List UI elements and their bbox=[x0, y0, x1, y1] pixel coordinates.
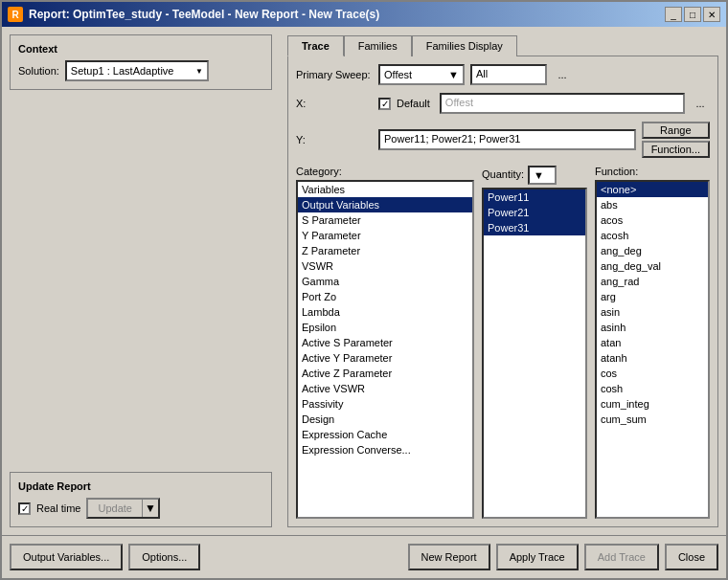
list-item[interactable]: VSWR bbox=[298, 258, 472, 274]
list-item[interactable]: Z Parameter bbox=[298, 243, 472, 258]
primary-sweep-all[interactable]: All bbox=[470, 64, 547, 85]
list-item[interactable]: abs bbox=[597, 197, 708, 212]
list-item[interactable]: ang_rad bbox=[597, 274, 708, 289]
update-dropdown-icon[interactable]: ▼ bbox=[142, 500, 158, 517]
solution-select[interactable]: Setup1 : LastAdaptive ▼ bbox=[65, 60, 209, 81]
quantity-header: Quantity: ▼ bbox=[482, 166, 587, 185]
minimize-button[interactable]: _ bbox=[665, 7, 682, 22]
x-default-label: Default bbox=[397, 98, 430, 109]
list-item[interactable]: Passivity bbox=[298, 396, 472, 412]
range-function-buttons: Range Function... bbox=[642, 122, 710, 158]
range-button[interactable]: Range bbox=[642, 122, 710, 139]
list-item[interactable]: Lambda bbox=[298, 304, 472, 320]
quantity-list[interactable]: Power11 Power21 Power31 bbox=[482, 188, 587, 519]
y-label: Y: bbox=[296, 134, 373, 145]
x-row: X: ✓ Default Offest ... bbox=[296, 93, 710, 114]
apply-trace-button[interactable]: Apply Trace bbox=[496, 544, 579, 570]
function-button[interactable]: Function... bbox=[642, 141, 710, 158]
context-label: Context bbox=[18, 43, 263, 55]
close-button[interactable]: Close bbox=[665, 544, 718, 570]
title-bar-left: R Report: OptimTee_study - TeeModel - Ne… bbox=[8, 7, 379, 22]
app-icon: R bbox=[8, 7, 23, 22]
right-panel: Trace Families Families Display Primary … bbox=[280, 27, 726, 535]
list-item[interactable]: acosh bbox=[597, 228, 708, 243]
x-default-checkbox[interactable]: ✓ bbox=[378, 98, 391, 110]
primary-sweep-arrow-icon: ▼ bbox=[448, 69, 459, 80]
output-variables-button[interactable]: Output Variables... bbox=[10, 544, 123, 570]
update-report-label: Update Report bbox=[18, 480, 263, 492]
main-window: R Report: OptimTee_study - TeeModel - Ne… bbox=[0, 0, 728, 580]
function-label: Function: bbox=[595, 166, 710, 177]
title-controls: _ □ ✕ bbox=[665, 7, 720, 22]
list-item[interactable]: acos bbox=[597, 212, 708, 228]
new-report-button[interactable]: New Report bbox=[408, 544, 490, 570]
category-section: Category: Variables Output Variables S P… bbox=[296, 166, 710, 519]
list-item[interactable]: Expression Converse... bbox=[298, 442, 472, 457]
quantity-label: Quantity: bbox=[482, 168, 524, 180]
list-item[interactable]: cum_integ bbox=[597, 396, 708, 412]
options-button[interactable]: Options... bbox=[128, 544, 200, 570]
solution-value: Setup1 : LastAdaptive bbox=[71, 65, 174, 77]
list-item[interactable]: Design bbox=[298, 412, 472, 427]
list-item[interactable]: cosh bbox=[597, 381, 708, 396]
list-item[interactable]: Power11 bbox=[484, 190, 585, 205]
list-item[interactable]: atan bbox=[597, 335, 708, 350]
close-window-button[interactable]: ✕ bbox=[703, 7, 720, 22]
tab-families-display[interactable]: Families Display bbox=[412, 35, 517, 56]
title-bar: R Report: OptimTee_study - TeeModel - Ne… bbox=[2, 2, 726, 27]
left-spacer bbox=[10, 98, 272, 464]
x-dots[interactable]: ... bbox=[691, 98, 710, 109]
category-label: Category: bbox=[296, 166, 474, 177]
list-item[interactable]: Variables bbox=[298, 182, 472, 197]
list-item[interactable]: ang_deg_val bbox=[597, 258, 708, 274]
update-report-group: Update Report ✓ Real time Update ▼ bbox=[10, 472, 272, 527]
realtime-checkbox[interactable]: ✓ bbox=[18, 502, 31, 515]
realtime-label: Real time bbox=[36, 502, 80, 514]
list-item[interactable]: Power21 bbox=[484, 205, 585, 220]
list-item[interactable]: arg bbox=[597, 289, 708, 304]
tabs-bar: Trace Families Families Display bbox=[287, 34, 718, 56]
main-content: Context Solution: Setup1 : LastAdaptive … bbox=[2, 27, 726, 535]
quantity-select[interactable]: ▼ bbox=[528, 166, 557, 185]
list-item[interactable]: cos bbox=[597, 366, 708, 381]
bottom-button-row: Output Variables... Options... New Repor… bbox=[2, 535, 726, 578]
list-item[interactable]: Gamma bbox=[298, 274, 472, 289]
maximize-button[interactable]: □ bbox=[684, 7, 701, 22]
list-item[interactable]: Active Y Parameter bbox=[298, 350, 472, 366]
list-item[interactable]: Y Parameter bbox=[298, 228, 472, 243]
left-panel: Context Solution: Setup1 : LastAdaptive … bbox=[2, 27, 280, 535]
list-item[interactable]: ang_deg bbox=[597, 243, 708, 258]
solution-row: Solution: Setup1 : LastAdaptive ▼ bbox=[18, 60, 263, 81]
list-item[interactable]: Active Z Parameter bbox=[298, 366, 472, 381]
tab-families[interactable]: Families bbox=[344, 35, 412, 56]
solution-label: Solution: bbox=[18, 65, 59, 77]
list-item[interactable]: <none> bbox=[597, 182, 708, 197]
list-item[interactable]: S Parameter bbox=[298, 212, 472, 228]
tab-trace[interactable]: Trace bbox=[287, 35, 344, 56]
primary-sweep-select[interactable]: Offest ▼ bbox=[378, 64, 465, 85]
list-item[interactable]: Active VSWR bbox=[298, 381, 472, 396]
function-list[interactable]: <none> abs acos acosh ang_deg ang_deg_va… bbox=[595, 180, 710, 519]
list-item[interactable]: asinh bbox=[597, 320, 708, 335]
list-item[interactable]: Port Zo bbox=[298, 289, 472, 304]
list-item[interactable]: atanh bbox=[597, 350, 708, 366]
primary-sweep-dots[interactable]: ... bbox=[553, 69, 572, 80]
list-item[interactable]: Epsilon bbox=[298, 320, 472, 335]
tab-content: Primary Sweep: Offest ▼ All ... X: ✓ Def… bbox=[287, 56, 718, 527]
y-row: Y: Power11; Power21; Power31 Range Funct… bbox=[296, 122, 710, 158]
list-item[interactable]: Power31 bbox=[484, 220, 585, 235]
primary-sweep-row: Primary Sweep: Offest ▼ All ... bbox=[296, 64, 710, 85]
y-input[interactable]: Power11; Power21; Power31 bbox=[378, 129, 636, 150]
x-input[interactable]: Offest bbox=[440, 93, 685, 114]
solution-arrow-icon: ▼ bbox=[195, 67, 203, 76]
function-col: Function: <none> abs acos acosh ang_deg … bbox=[595, 166, 710, 519]
list-item[interactable]: cum_sum bbox=[597, 412, 708, 427]
update-button[interactable]: Update bbox=[88, 498, 141, 519]
category-list[interactable]: Variables Output Variables S Parameter Y… bbox=[296, 180, 474, 519]
list-item[interactable]: Active S Parameter bbox=[298, 335, 472, 350]
list-item[interactable]: Expression Cache bbox=[298, 427, 472, 442]
primary-sweep-label: Primary Sweep: bbox=[296, 69, 373, 80]
list-item[interactable]: asin bbox=[597, 304, 708, 320]
add-trace-button[interactable]: Add Trace bbox=[584, 544, 659, 570]
list-item[interactable]: Output Variables bbox=[298, 197, 472, 212]
